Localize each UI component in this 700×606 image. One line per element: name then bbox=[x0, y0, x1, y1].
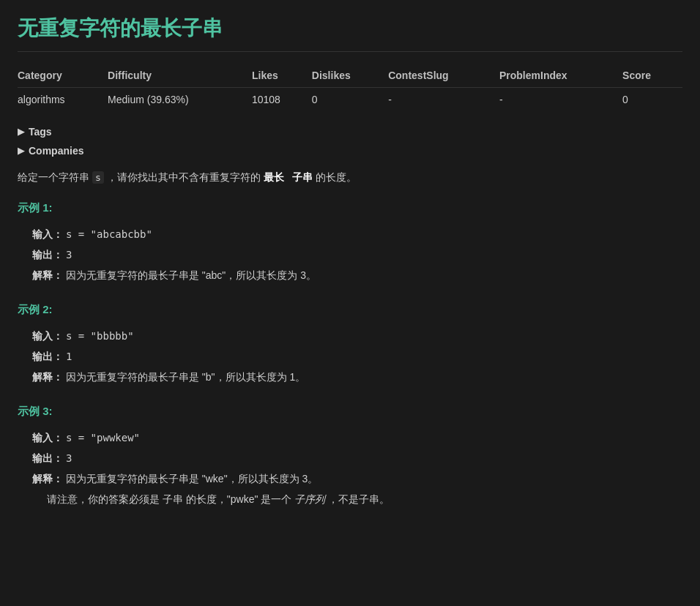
example-3-output-label: 输出： bbox=[32, 452, 63, 464]
example-2-title: 示例 2: bbox=[18, 303, 682, 317]
example-2: 示例 2: 输入： s = "bbbbb" 输出： 1 解释： 因为无重复字符的… bbox=[18, 303, 682, 387]
example-1-title: 示例 1: bbox=[18, 201, 682, 215]
companies-label: Companies bbox=[29, 145, 83, 157]
companies-arrow-icon: ▶ bbox=[18, 146, 24, 156]
table-row: algorithms Medium (39.63%) 10108 0 - - 0 bbox=[18, 88, 682, 112]
example-3-output: 输出： 3 bbox=[32, 448, 682, 468]
col-header-dislikes: Dislikes bbox=[312, 64, 388, 88]
desc-code: s bbox=[92, 171, 104, 184]
example-3-explain-value: 因为无重复字符的最长子串是 "wke"，所以其长度为 3。 bbox=[66, 473, 318, 485]
note-italic: 子序列 bbox=[294, 493, 325, 505]
tags-label: Tags bbox=[29, 126, 52, 138]
col-header-score: Score bbox=[622, 64, 682, 88]
desc-prefix: 给定一个字符串 bbox=[18, 171, 89, 183]
example-1-output-value: 3 bbox=[66, 249, 72, 261]
example-1-output-label: 输出： bbox=[32, 249, 63, 261]
col-header-problemindex: ProblemIndex bbox=[499, 64, 622, 88]
example-3-input-value: s = "pwwkew" bbox=[66, 432, 140, 444]
tags-section[interactable]: ▶ Tags bbox=[18, 123, 682, 141]
example-3-explain-label: 解释： bbox=[32, 473, 63, 485]
cell-likes: 10108 bbox=[252, 88, 312, 112]
example-1-output: 输出： 3 bbox=[32, 244, 682, 265]
cell-contestslug: - bbox=[388, 88, 499, 112]
col-header-likes: Likes bbox=[252, 64, 312, 88]
example-1-content: 输入： s = "abcabcbb" 输出： 3 解释： 因为无重复字符的最长子… bbox=[18, 224, 682, 285]
desc-bold1: 最长 bbox=[264, 171, 284, 183]
example-1-explain-value: 因为无重复字符的最长子串是 "abc"，所以其长度为 3。 bbox=[66, 269, 316, 281]
example-2-output-value: 1 bbox=[66, 351, 72, 362]
note-bold1: 子串 bbox=[163, 493, 183, 505]
example-3-title: 示例 3: bbox=[18, 405, 682, 419]
example-2-explain: 解释： 因为无重复字符的最长子串是 "b"，所以其长度为 1。 bbox=[32, 367, 682, 387]
companies-section[interactable]: ▶ Companies bbox=[18, 142, 682, 160]
note-suffix: ，不是子串。 bbox=[328, 493, 390, 505]
example-1-input-value: s = "abcabcbb" bbox=[66, 228, 152, 240]
page-title: 无重复字符的最长子串 bbox=[18, 15, 682, 52]
example-3-explain: 解释： 因为无重复字符的最长子串是 "wke"，所以其长度为 3。 bbox=[32, 468, 682, 489]
example-1-input: 输入： s = "abcabcbb" bbox=[32, 224, 682, 244]
cell-problemindex: - bbox=[499, 88, 622, 112]
example-3-note: 请注意，你的答案必须是 子串 的长度，"pwke" 是一个 子序列 ，不是子串。 bbox=[18, 489, 682, 509]
desc-bold2: 子串 bbox=[292, 171, 313, 183]
example-3-input-label: 输入： bbox=[32, 432, 63, 444]
example-2-explain-label: 解释： bbox=[32, 371, 63, 383]
desc-suffix: 的长度。 bbox=[316, 171, 357, 183]
cell-dislikes: 0 bbox=[312, 88, 388, 112]
col-header-category: Category bbox=[18, 64, 108, 88]
example-3-output-value: 3 bbox=[66, 452, 72, 464]
desc-middle: ，请你找出其中不含有重复字符的 bbox=[107, 171, 261, 183]
example-2-content: 输入： s = "bbbbb" 输出： 1 解释： 因为无重复字符的最长子串是 … bbox=[18, 326, 682, 387]
problem-description: 给定一个字符串 s ，请你找出其中不含有重复字符的 最长 子串 的长度。 bbox=[18, 168, 682, 187]
cell-category: algorithms bbox=[18, 88, 108, 112]
example-2-explain-value: 因为无重复字符的最长子串是 "b"，所以其长度为 1。 bbox=[66, 371, 305, 383]
example-1-explain-label: 解释： bbox=[32, 269, 63, 281]
note-middle: 的长度，"pwke" 是一个 bbox=[186, 493, 292, 505]
tags-arrow-icon: ▶ bbox=[18, 127, 24, 137]
col-header-contestslug: ContestSlug bbox=[388, 64, 499, 88]
example-1-explain: 解释： 因为无重复字符的最长子串是 "abc"，所以其长度为 3。 bbox=[32, 265, 682, 285]
example-3-input: 输入： s = "pwwkew" bbox=[32, 427, 682, 448]
example-2-input-label: 输入： bbox=[32, 330, 63, 342]
col-header-difficulty: Difficulty bbox=[108, 64, 252, 88]
cell-score: 0 bbox=[622, 88, 682, 112]
example-3: 示例 3: 输入： s = "pwwkew" 输出： 3 解释： 因为无重复字符… bbox=[18, 405, 682, 509]
example-3-content: 输入： s = "pwwkew" 输出： 3 解释： 因为无重复字符的最长子串是… bbox=[18, 427, 682, 489]
example-2-input-value: s = "bbbbb" bbox=[66, 330, 134, 342]
note-prefix: 请注意，你的答案必须是 bbox=[47, 493, 160, 505]
example-2-output-label: 输出： bbox=[32, 351, 63, 362]
info-table: Category Difficulty Likes Dislikes Conte… bbox=[18, 64, 682, 111]
cell-difficulty: Medium (39.63%) bbox=[108, 88, 252, 112]
example-2-input: 输入： s = "bbbbb" bbox=[32, 326, 682, 346]
example-1: 示例 1: 输入： s = "abcabcbb" 输出： 3 解释： 因为无重复… bbox=[18, 201, 682, 285]
example-2-output: 输出： 1 bbox=[32, 346, 682, 367]
example-1-input-label: 输入： bbox=[32, 228, 63, 240]
